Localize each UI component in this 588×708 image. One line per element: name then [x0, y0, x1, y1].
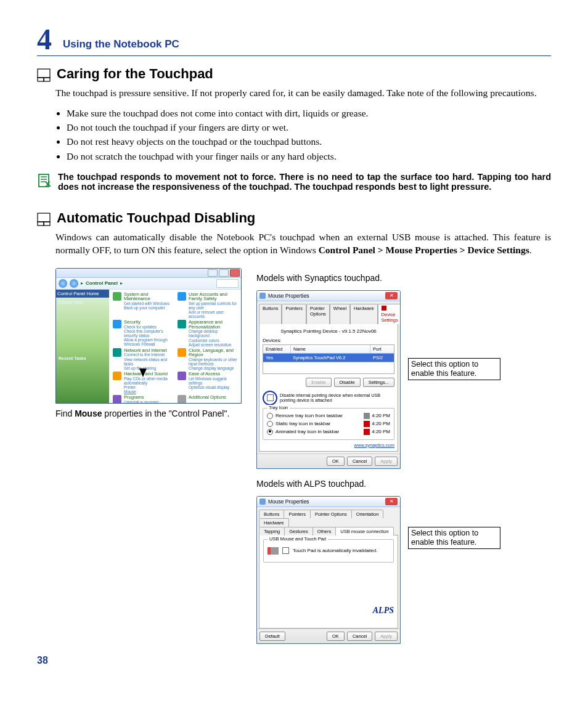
sidebar-recent: Recent Tasks: [59, 356, 107, 360]
synaptics-caption: Models with Synaptics touchpad.: [256, 273, 551, 283]
category-sublink[interactable]: Let Windows suggest settings: [189, 376, 237, 385]
mouse-touchpad-icon: [267, 547, 279, 555]
category-sublink[interactable]: Connect to the Internet: [124, 352, 173, 357]
note-block: The touchpad responds to movement not to…: [37, 172, 551, 192]
category-icon: [113, 320, 121, 328]
cancel-button[interactable]: Cancel: [347, 457, 372, 466]
tab-buttons[interactable]: Buttons: [259, 304, 282, 324]
dialog-footer: OK Cancel Apply: [257, 454, 400, 468]
close-button[interactable]: ✕: [385, 292, 398, 299]
category-sublink[interactable]: Set up parental controls for any user: [189, 301, 237, 310]
category-sublink[interactable]: Add or remove user accounts: [189, 310, 237, 319]
ok-button[interactable]: OK: [327, 632, 345, 641]
touchpad-icon: [37, 213, 51, 226]
category-sublink[interactable]: Customize colors: [189, 338, 237, 343]
tab-pointers[interactable]: Pointers: [284, 510, 311, 518]
tab-tapping[interactable]: Tapping: [259, 527, 285, 535]
category-title: Hardware and Sound: [124, 372, 173, 376]
radio-remove-tray[interactable]: [267, 413, 273, 419]
category-sublink[interactable]: Check for updates: [124, 325, 173, 329]
tab-hardware[interactable]: Hardware: [259, 518, 289, 527]
mouse-icon: [259, 293, 266, 299]
category-icon: [178, 348, 186, 357]
ok-button[interactable]: OK: [327, 457, 345, 466]
category-sublink[interactable]: Back up your computer: [124, 306, 173, 310]
tab-others[interactable]: Others: [312, 527, 337, 535]
cp-category[interactable]: System and MaintenanceGet started with W…: [113, 292, 173, 319]
tab-buttons[interactable]: Buttons: [259, 510, 284, 518]
sidebar-classic-view[interactable]: Classic View: [59, 300, 107, 304]
note-icon: [37, 173, 52, 188]
forward-button[interactable]: [70, 279, 78, 288]
alps-brand-logo: ALPS: [263, 606, 394, 616]
auto-intro-path: Control Panel > Mouse Properties > Devic…: [319, 245, 529, 255]
devices-label: Devices:: [263, 338, 394, 343]
sidebar-header[interactable]: Control Panel Home: [56, 290, 109, 298]
category-sublink[interactable]: Get started with Windows: [124, 301, 173, 306]
tab-pointer-options[interactable]: Pointer Options: [310, 510, 352, 518]
category-sublink[interactable]: Change display language: [189, 366, 237, 370]
synaptics-link[interactable]: www.synaptics.com: [263, 442, 394, 448]
category-sublink[interactable]: View network status and tasks: [124, 357, 173, 366]
tab-device-settings[interactable]: Device Settings: [378, 304, 401, 324]
control-panel-caption: Find Mouse properties in the "Control Pa…: [55, 409, 242, 418]
maximize-button[interactable]: [219, 269, 229, 277]
category-sublink[interactable]: Printer: [124, 385, 173, 389]
group-legend: Tray Icon: [267, 405, 290, 410]
search-input[interactable]: [216, 279, 239, 288]
close-button[interactable]: ✕: [385, 498, 398, 505]
tab-pointer-options[interactable]: Pointer Options: [306, 304, 330, 324]
category-sublink[interactable]: Change keyboards or other input methods: [189, 357, 237, 366]
apply-button[interactable]: Apply: [375, 457, 398, 466]
category-sublink[interactable]: Allow a program through Windows Firewall: [124, 338, 173, 346]
dialog-footer: Default OK Cancel Apply: [257, 629, 400, 643]
enable-button[interactable]: Enable: [306, 378, 331, 387]
cancel-button[interactable]: Cancel: [347, 632, 372, 641]
disable-on-usb-checkbox[interactable]: [267, 394, 274, 401]
back-button[interactable]: [59, 279, 67, 288]
tab-hardware[interactable]: Hardware: [350, 304, 378, 324]
radio-animated-tray[interactable]: [267, 429, 273, 435]
cp-category[interactable]: ProgramsUninstall a programChange startu…: [113, 395, 173, 403]
disable-button[interactable]: Disable: [334, 378, 361, 387]
close-button[interactable]: [230, 269, 240, 277]
settings-button[interactable]: Settings...: [363, 378, 394, 387]
category-sublink[interactable]: Optimize visual display: [189, 385, 237, 389]
category-icon: [113, 292, 121, 301]
tab-wheel[interactable]: Wheel: [330, 304, 350, 324]
chapter-header: 4 Using the Notebook PC: [37, 25, 551, 56]
breadcrumb[interactable]: Control Panel: [86, 280, 118, 286]
apply-button[interactable]: Apply: [375, 632, 398, 641]
cp-category[interactable]: Additional Options: [178, 395, 237, 403]
auto-intro: Windows can automatically disable the No…: [55, 231, 551, 257]
radio-static-tray[interactable]: [267, 421, 273, 427]
tab-pointers[interactable]: Pointers: [282, 304, 306, 324]
minimize-button[interactable]: [208, 269, 218, 277]
category-sublink[interactable]: Adjust screen resolution: [189, 343, 237, 347]
cp-category[interactable]: User Accounts and Family SafetySet up pa…: [178, 292, 237, 319]
auto-invalidate-checkbox[interactable]: [282, 547, 289, 554]
category-sublink[interactable]: Play CDs or other media automatically: [124, 376, 173, 385]
tab-orientation[interactable]: Orientation: [351, 510, 384, 518]
category-sublink[interactable]: Set up file sharing: [124, 366, 173, 370]
precaution-item: Do not rest heavy objects on the touchpa…: [67, 134, 551, 149]
col-port: Port: [370, 345, 394, 353]
cp-category[interactable]: Ease of AccessLet Windows suggest settin…: [178, 372, 237, 394]
cp-category[interactable]: Clock, Language, and RegionChange keyboa…: [178, 348, 237, 370]
category-icon: [178, 320, 186, 328]
tabs-row-1: Buttons Pointers Pointer Options Orienta…: [257, 507, 400, 526]
category-sublink[interactable]: Mouse: [124, 389, 173, 394]
tray-icon-group: Tray Icon Remove tray icon from taskbar …: [263, 408, 394, 440]
cp-category[interactable]: SecurityCheck for updatesCheck this comp…: [113, 320, 173, 347]
caring-intro: The touchpad is pressure sensitive. If n…: [55, 87, 551, 100]
default-button[interactable]: Default: [259, 632, 285, 641]
category-sublink[interactable]: Check this computer's security status: [124, 329, 173, 338]
mouse-properties-synaptics: Mouse Properties ✕ Buttons Pointers Poin…: [256, 290, 401, 469]
device-row[interactable]: Yes Synaptics TouchPad V6.2 PS/2: [263, 354, 394, 362]
tab-usb-mouse-connection[interactable]: USB mouse connection: [335, 527, 393, 535]
tab-gestures[interactable]: Gestures: [284, 527, 312, 535]
cp-category[interactable]: Network and InternetConnect to the Inter…: [113, 348, 173, 370]
cp-category[interactable]: Appearance and PersonalizationChange des…: [178, 320, 237, 347]
category-sublink[interactable]: Change desktop background: [189, 329, 237, 338]
category-sublink[interactable]: Uninstall a program: [124, 400, 169, 404]
